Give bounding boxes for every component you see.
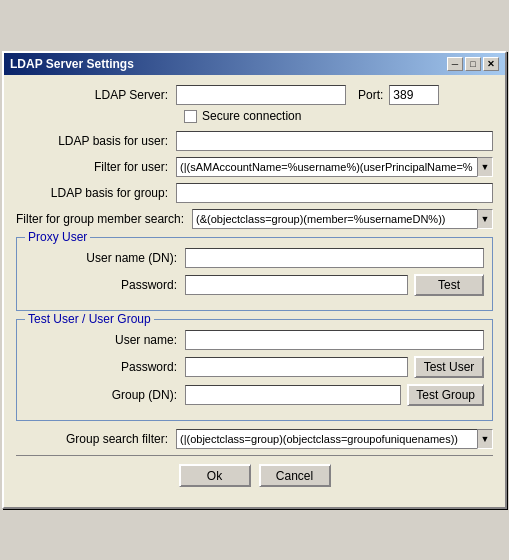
window: LDAP Server Settings ─ □ ✕ LDAP Server: … — [2, 51, 507, 509]
test-group-dn-input[interactable] — [185, 385, 401, 405]
ok-button[interactable]: Ok — [179, 464, 251, 487]
filter-group-row: Filter for group member search: ▼ — [16, 209, 493, 229]
close-button[interactable]: ✕ — [483, 57, 499, 71]
ldap-basis-group-input[interactable] — [176, 183, 493, 203]
filter-group-combo: ▼ — [192, 209, 493, 229]
test-password-input[interactable] — [185, 357, 408, 377]
port-label: Port: — [358, 88, 383, 102]
test-username-label: User name: — [25, 333, 185, 347]
username-dn-label: User name (DN): — [25, 251, 185, 265]
test-group-button[interactable]: Test Group — [407, 384, 484, 406]
filter-group-input[interactable] — [192, 209, 477, 229]
title-bar: LDAP Server Settings ─ □ ✕ — [4, 53, 505, 75]
test-user-section: Test User / User Group User name: Passwo… — [16, 319, 493, 421]
filter-user-input[interactable] — [176, 157, 477, 177]
group-search-filter-dropdown-btn[interactable]: ▼ — [477, 429, 493, 449]
proxy-password-group: Test — [185, 274, 484, 296]
content: LDAP Server: Port: Secure connection LDA… — [4, 75, 505, 507]
username-dn-row: User name (DN): — [25, 248, 484, 268]
ldap-basis-user-label: LDAP basis for user: — [16, 134, 176, 148]
test-group-dn-row: Group (DN): Test Group — [25, 384, 484, 406]
cancel-button[interactable]: Cancel — [259, 464, 331, 487]
minimize-button[interactable]: ─ — [447, 57, 463, 71]
proxy-password-label: Password: — [25, 278, 185, 292]
port-input[interactable] — [389, 85, 439, 105]
ldap-basis-user-row: LDAP basis for user: — [16, 131, 493, 151]
filter-group-dropdown-btn[interactable]: ▼ — [477, 209, 493, 229]
ldap-server-row: LDAP Server: Port: — [16, 85, 493, 105]
group-search-filter-combo: ▼ — [176, 429, 493, 449]
test-user-button[interactable]: Test User — [414, 356, 484, 378]
test-password-label: Password: — [25, 360, 185, 374]
maximize-button[interactable]: □ — [465, 57, 481, 71]
ldap-basis-group-label: LDAP basis for group: — [16, 186, 176, 200]
filter-user-row: Filter for user: ▼ — [16, 157, 493, 177]
username-dn-input[interactable] — [185, 248, 484, 268]
test-username-row: User name: — [25, 330, 484, 350]
test-password-row: Password: Test User — [25, 356, 484, 378]
test-group-dn-group: Test Group — [185, 384, 484, 406]
group-search-filter-label: Group search filter: — [16, 432, 176, 446]
proxy-user-title: Proxy User — [25, 230, 90, 244]
filter-user-combo: ▼ — [176, 157, 493, 177]
filter-user-label: Filter for user: — [16, 160, 176, 174]
test-button[interactable]: Test — [414, 274, 484, 296]
ldap-server-label: LDAP Server: — [16, 88, 176, 102]
ldap-basis-user-input[interactable] — [176, 131, 493, 151]
group-search-filter-input[interactable] — [176, 429, 477, 449]
footer: Ok Cancel — [16, 455, 493, 497]
group-search-filter-row: Group search filter: ▼ — [16, 429, 493, 449]
filter-group-label: Filter for group member search: — [16, 212, 192, 226]
secure-connection-row: Secure connection — [16, 109, 493, 123]
filter-user-dropdown-btn[interactable]: ▼ — [477, 157, 493, 177]
ldap-basis-group-row: LDAP basis for group: — [16, 183, 493, 203]
test-user-content: User name: Password: Test User Group (DN… — [25, 330, 484, 406]
ldap-server-input[interactable] — [176, 85, 346, 105]
proxy-user-section: Proxy User User name (DN): Password: Tes… — [16, 237, 493, 311]
secure-connection-label: Secure connection — [202, 109, 301, 123]
secure-connection-checkbox[interactable] — [184, 110, 197, 123]
test-password-group: Test User — [185, 356, 484, 378]
window-title: LDAP Server Settings — [10, 57, 134, 71]
test-username-input[interactable] — [185, 330, 484, 350]
proxy-password-input[interactable] — [185, 275, 408, 295]
title-bar-buttons: ─ □ ✕ — [447, 57, 499, 71]
test-group-dn-label: Group (DN): — [25, 388, 185, 402]
test-user-title: Test User / User Group — [25, 312, 154, 326]
proxy-user-content: User name (DN): Password: Test — [25, 248, 484, 296]
proxy-password-row: Password: Test — [25, 274, 484, 296]
